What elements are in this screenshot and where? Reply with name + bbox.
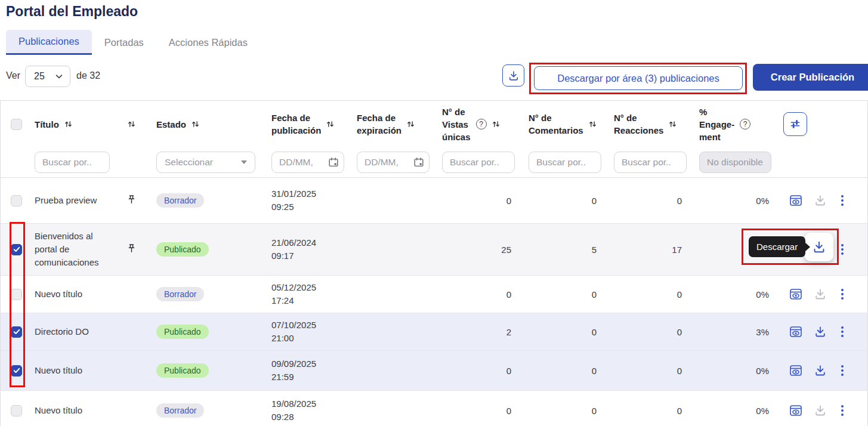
- titulo-filter-input[interactable]: [35, 152, 110, 173]
- crear-publicacion-button[interactable]: Crear Publicación: [753, 64, 868, 91]
- vistas-value: 25: [501, 245, 511, 255]
- download-all-button[interactable]: [502, 64, 524, 87]
- header-actions: [773, 101, 868, 147]
- comentarios-value: 0: [592, 327, 597, 337]
- comentarios-filter-input[interactable]: [529, 152, 601, 173]
- row-title: Bienvenidos al portal de comunicaciones: [35, 230, 113, 268]
- preview-eye-icon[interactable]: [789, 242, 803, 257]
- fecha-publicacion-filter-input[interactable]: [271, 152, 344, 173]
- table-row: Directorio DO Publicado 07/10/202521:00 …: [0, 313, 868, 351]
- comentarios-value: 0: [592, 289, 597, 300]
- status-badge: Publicado: [156, 363, 209, 378]
- pin-icon: [127, 195, 136, 207]
- sort-icon[interactable]: [128, 120, 135, 128]
- row-checkbox[interactable]: [11, 289, 22, 300]
- more-options-icon[interactable]: [841, 326, 844, 337]
- engagement-value: 0%: [756, 289, 769, 300]
- tab-publicaciones[interactable]: Publicaciones: [6, 30, 92, 55]
- row-checkbox[interactable]: [11, 244, 22, 255]
- sort-icon[interactable]: [407, 120, 415, 128]
- more-options-icon[interactable]: [841, 405, 844, 416]
- estado-filter-select[interactable]: Seleccionar: [156, 152, 255, 173]
- preview-eye-icon[interactable]: [789, 325, 803, 339]
- sort-icon[interactable]: [64, 120, 72, 128]
- column-settings-button[interactable]: [783, 112, 807, 136]
- chevron-down-icon: [55, 75, 63, 79]
- engagement-value: 3%: [756, 327, 769, 337]
- preview-eye-icon[interactable]: [789, 193, 803, 208]
- download-icon[interactable]: [814, 364, 827, 377]
- download-icon[interactable]: [814, 325, 827, 338]
- reacciones-filter-input[interactable]: [614, 152, 687, 173]
- vistas-filter-input[interactable]: [442, 152, 515, 173]
- engagement-value: 0%: [756, 406, 769, 416]
- fecha-publicacion-value: 19/08/2025: [271, 399, 316, 409]
- sliders-icon: [789, 118, 801, 130]
- download-icon: [508, 70, 520, 82]
- download-button[interactable]: [805, 233, 833, 261]
- table-row: Bienvenidos al portal de comunicaciones …: [0, 224, 868, 276]
- reacciones-value: 0: [677, 289, 682, 300]
- status-badge: Borrador: [156, 193, 204, 208]
- download-icon[interactable]: [814, 194, 827, 207]
- row-checkbox[interactable]: [11, 195, 22, 206]
- help-icon[interactable]: ?: [476, 119, 487, 129]
- vistas-value: 0: [506, 366, 511, 376]
- header-checkbox-cell: [0, 101, 29, 147]
- descargar-por-area-button[interactable]: Descargar por área (3) publicaciones: [534, 66, 743, 90]
- check-icon: [13, 329, 20, 335]
- sort-icon[interactable]: [191, 120, 199, 128]
- pin-icon: [127, 243, 136, 256]
- table-row: Nuevo título Publicado 09/09/202521:59 0…: [0, 351, 868, 391]
- header-fecha-expiracion[interactable]: Fecha de expiración: [343, 101, 428, 147]
- check-icon: [13, 246, 20, 252]
- tab-portadas[interactable]: Portadas: [92, 30, 156, 55]
- vistas-value: 0: [506, 406, 511, 416]
- reacciones-value: 17: [672, 245, 682, 255]
- vistas-value: 0: [506, 289, 511, 300]
- comentarios-value: 0: [592, 366, 597, 376]
- more-options-icon[interactable]: [841, 244, 844, 255]
- page-size-select[interactable]: 25: [25, 66, 70, 87]
- status-badge: Publicado: [156, 242, 209, 257]
- sort-icon[interactable]: [326, 120, 334, 128]
- page-title: Portal del Empleado: [6, 4, 138, 20]
- table-header-row: Título Estado Fecha de publicación Fecha…: [0, 101, 868, 147]
- header-estado[interactable]: Estado: [144, 101, 258, 147]
- more-options-icon[interactable]: [841, 289, 844, 300]
- header-fecha-publicacion[interactable]: Fecha de publicación: [258, 101, 343, 147]
- table-left-border: [0, 100, 1, 426]
- fecha-publicacion-value: 05/12/2025: [271, 282, 316, 292]
- row-checkbox[interactable]: [11, 326, 22, 338]
- sort-icon[interactable]: [492, 120, 500, 128]
- sort-icon[interactable]: [669, 120, 677, 128]
- header-comentarios[interactable]: N° de Comentarios: [515, 101, 600, 147]
- header-pin-sort[interactable]: [118, 101, 144, 147]
- more-options-icon[interactable]: [841, 195, 844, 206]
- header-vistas-unicas[interactable]: N° de Vistas únicas ?: [428, 101, 515, 147]
- row-checkbox[interactable]: [11, 405, 22, 416]
- preview-eye-icon[interactable]: [789, 403, 803, 418]
- select-all-checkbox[interactable]: [11, 119, 22, 130]
- reacciones-value: 0: [677, 327, 682, 337]
- row-checkbox[interactable]: [11, 365, 22, 376]
- preview-eye-icon[interactable]: [789, 363, 803, 378]
- table-row: Nuevo título Borrador 05/12/202517:24 0 …: [0, 276, 868, 313]
- hora-publicacion-value: 09:25: [271, 202, 294, 212]
- help-icon[interactable]: ?: [740, 119, 750, 129]
- header-reacciones[interactable]: N° de Reacciones: [600, 101, 685, 147]
- header-titulo[interactable]: Título: [29, 101, 118, 147]
- engagement-value: 0%: [756, 196, 769, 206]
- reacciones-value: 0: [677, 196, 682, 206]
- tab-acciones-rapidas[interactable]: Acciones Rápidas: [156, 30, 260, 55]
- sort-icon[interactable]: [589, 120, 597, 128]
- download-icon[interactable]: [814, 288, 827, 301]
- comentarios-value: 0: [592, 196, 597, 206]
- more-options-icon[interactable]: [841, 365, 844, 376]
- preview-eye-icon[interactable]: [789, 287, 803, 301]
- fecha-expiracion-filter-input[interactable]: [357, 152, 430, 173]
- download-icon[interactable]: [814, 404, 827, 417]
- fecha-publicacion-value: 21/06/2024: [271, 237, 316, 248]
- hora-publicacion-value: 17:24: [271, 295, 294, 305]
- reacciones-value: 0: [677, 366, 682, 376]
